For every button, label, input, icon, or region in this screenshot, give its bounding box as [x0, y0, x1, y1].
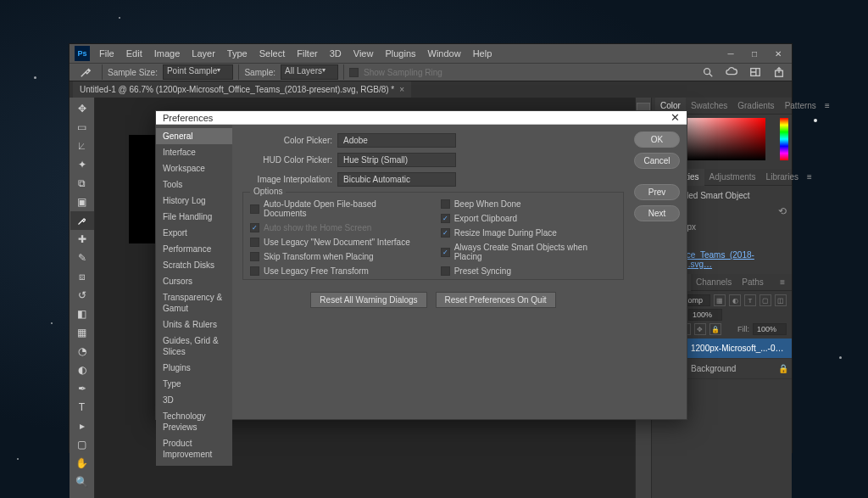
history-brush-tool[interactable]: ↺	[70, 286, 94, 305]
zoom-tool[interactable]: 🔍	[70, 473, 94, 491]
brush-tool[interactable]: ✎	[70, 249, 94, 267]
tab-swatches[interactable]: Swatches	[686, 98, 732, 115]
document-tab[interactable]: Untitled-1 @ 66.7% (1200px-Microsoft_Off…	[73, 81, 411, 98]
opacity-value[interactable]: 100%	[688, 309, 722, 321]
clone-stamp-tool[interactable]: ⧇	[70, 267, 94, 286]
prefs-category-export[interactable]: Export	[156, 225, 232, 241]
hue-slider[interactable]	[780, 118, 788, 160]
prefs-category-cursors[interactable]: Cursors	[156, 273, 232, 289]
prefs-category-general[interactable]: General	[156, 128, 232, 144]
checkbox-resize-image-during-place[interactable]: Resize Image During Place	[441, 228, 616, 238]
prefs-category-workspace[interactable]: Workspace	[156, 160, 232, 176]
checkbox-icon[interactable]	[250, 252, 259, 261]
show-sampling-ring-checkbox[interactable]	[349, 68, 359, 77]
prefs-category-file-handling[interactable]: File Handling	[156, 209, 232, 225]
checkbox-icon[interactable]	[441, 248, 450, 257]
checkbox-always-create-smart-objects-wh[interactable]: Always Create Smart Objects when Placing	[441, 243, 616, 261]
panel-menu-icon[interactable]: ≡	[776, 277, 788, 287]
checkbox-use-legacy-new-document-interf[interactable]: Use Legacy "New Document" Interface	[250, 238, 420, 247]
marquee-tool[interactable]: ▭	[70, 118, 94, 137]
checkbox-beep-when-done[interactable]: Beep When Done	[441, 199, 616, 209]
checkbox-icon[interactable]	[441, 199, 450, 209]
blur-tool[interactable]: ◔	[70, 342, 94, 361]
filter-shape-icon[interactable]: ▢	[760, 294, 771, 306]
eraser-tool[interactable]: ◧	[70, 305, 94, 323]
edit-toolbar[interactable]: ⋯	[70, 491, 94, 498]
sample-size-select[interactable]: Point Sample ▾	[163, 64, 233, 80]
lock-pos-icon[interactable]: ✥	[694, 323, 706, 335]
checkbox-icon[interactable]	[441, 228, 450, 238]
search-icon[interactable]	[700, 64, 715, 80]
share-icon[interactable]	[771, 64, 787, 80]
prefs-category-units-rulers[interactable]: Units & Rulers	[156, 316, 232, 333]
reset-warnings-button[interactable]: Reset All Warning Dialogs	[310, 292, 426, 308]
filter-type-icon[interactable]: T	[744, 294, 756, 306]
checkbox-icon[interactable]	[250, 238, 259, 247]
tab-channels[interactable]: Channels	[691, 274, 737, 291]
prefs-category-scratch-disks[interactable]: Scratch Disks	[156, 257, 232, 273]
pen-tool[interactable]: ✒	[70, 379, 94, 398]
next-button[interactable]: Next	[634, 205, 680, 221]
magic-wand-tool[interactable]: ✦	[70, 155, 94, 174]
image-interpolation-select[interactable]: Bicubic Automatic	[337, 172, 456, 187]
panel-menu-icon[interactable]: ≡	[804, 172, 815, 182]
rectangle-tool[interactable]: ▢	[70, 435, 94, 454]
filter-adjust-icon[interactable]: ◐	[729, 294, 741, 306]
menu-plugins[interactable]: Plugins	[379, 44, 421, 63]
prefs-category-product-improvement[interactable]: Product Improvement	[156, 435, 232, 462]
prefs-category-technology-previews[interactable]: Technology Previews	[156, 408, 232, 435]
menu-type[interactable]: Type	[221, 44, 253, 63]
minimize-button[interactable]: ─	[719, 46, 743, 61]
prefs-category-history-log[interactable]: History Log	[156, 193, 232, 209]
menu-3d[interactable]: 3D	[324, 44, 348, 63]
prefs-category-guides-grid-slices[interactable]: Guides, Grid & Slices	[156, 333, 232, 360]
ok-button[interactable]: OK	[634, 131, 680, 148]
menu-file[interactable]: File	[93, 44, 120, 63]
checkbox-icon[interactable]	[250, 266, 259, 276]
gradient-tool[interactable]: ▦	[70, 323, 94, 342]
sample-select[interactable]: All Layers ▾	[281, 64, 338, 80]
checkbox-skip-transform-when-placing[interactable]: Skip Transform when Placing	[250, 252, 420, 261]
lasso-tool[interactable]: ⟀	[70, 137, 94, 155]
checkbox-icon[interactable]	[441, 266, 450, 276]
filter-smart-icon[interactable]: ◫	[775, 294, 787, 306]
move-tool[interactable]: ✥	[70, 99, 94, 118]
menu-help[interactable]: Help	[467, 44, 498, 63]
panel-menu-icon[interactable]: ≡	[821, 101, 833, 110]
checkbox-auto-update-open-file-based-do[interactable]: Auto-Update Open File-based Documents	[250, 199, 420, 218]
menu-edit[interactable]: Edit	[120, 44, 148, 63]
prefs-category-interface[interactable]: Interface	[156, 144, 232, 160]
menu-image[interactable]: Image	[148, 44, 186, 63]
workspace-icon[interactable]	[748, 64, 763, 80]
checkbox-icon[interactable]	[441, 214, 450, 223]
dodge-tool[interactable]: ◐	[70, 361, 94, 379]
color-picker-select[interactable]: Adobe	[337, 133, 456, 148]
checkbox-icon[interactable]	[250, 204, 259, 214]
prefs-category-3d[interactable]: 3D	[156, 392, 232, 408]
menu-filter[interactable]: Filter	[291, 44, 323, 63]
maximize-button[interactable]: □	[743, 46, 766, 61]
prev-button[interactable]: Prev	[634, 184, 680, 200]
prefs-category-tools[interactable]: Tools	[156, 176, 232, 193]
hud-color-picker-select[interactable]: Hue Strip (Small)	[337, 153, 456, 167]
frame-tool[interactable]: ▣	[70, 193, 94, 211]
checkbox-export-clipboard[interactable]: Export Clipboard	[441, 214, 616, 223]
tab-patterns[interactable]: Patterns	[780, 98, 821, 115]
prefs-category-transparency-gamut[interactable]: Transparency & Gamut	[156, 289, 232, 316]
prefs-category-plugins[interactable]: Plugins	[156, 360, 232, 376]
checkbox-preset-syncing[interactable]: Preset Syncing	[441, 266, 616, 276]
tab-libraries[interactable]: Libraries	[761, 169, 804, 186]
hand-tool[interactable]: ✋	[70, 454, 94, 473]
reset-on-quit-button[interactable]: Reset Preferences On Quit	[436, 292, 556, 308]
prefs-category-performance[interactable]: Performance	[156, 241, 232, 257]
tab-adjustments[interactable]: Adjustments	[704, 169, 761, 186]
close-window-button[interactable]: ✕	[766, 46, 790, 61]
menu-view[interactable]: View	[348, 44, 380, 63]
tab-paths[interactable]: Paths	[737, 274, 769, 291]
cloud-icon[interactable]	[724, 64, 739, 80]
lock-all-icon[interactable]: 🔒	[709, 323, 721, 335]
type-tool[interactable]: T	[70, 398, 94, 417]
checkbox-use-legacy-free-transform[interactable]: Use Legacy Free Transform	[250, 266, 420, 276]
menu-window[interactable]: Window	[422, 44, 467, 63]
crop-tool[interactable]: ⧉	[70, 174, 94, 193]
